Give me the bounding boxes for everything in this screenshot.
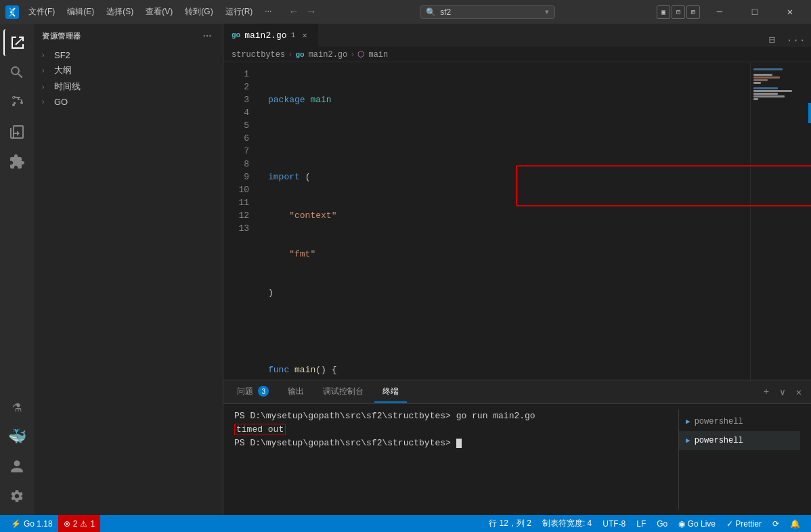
split-editor-btn[interactable]: ⊟: [764, 33, 781, 47]
terminal-shell-1[interactable]: ▶ powershell: [679, 412, 800, 431]
terminal-line-3: PS D:\mysetup\gopath\src\sf2\structbytes…: [234, 437, 678, 450]
activity-source-control[interactable]: [3, 89, 30, 116]
sidebar-header: 资源管理器 ···: [34, 24, 223, 48]
code-content[interactable]: package main import ( "context" "fmt" ) …: [257, 62, 750, 380]
sidebar-item-label-sf2: SF2: [54, 50, 70, 60]
code-line-3: import (: [268, 171, 750, 183]
panel-tab-terminal[interactable]: 终端: [374, 382, 407, 403]
status-language[interactable]: Go: [651, 515, 673, 532]
search-text: sf2: [440, 7, 451, 17]
language-label: Go: [657, 519, 667, 529]
terminal-main[interactable]: PS D:\mysetup\gopath\src\sf2\structbytes…: [234, 409, 678, 510]
maximize-btn[interactable]: □: [739, 0, 770, 24]
sidebar-item-sf2[interactable]: › SF2: [34, 48, 223, 62]
go-version-label: Go 1.18: [24, 519, 53, 529]
breadcrumb-filename[interactable]: main2.go: [309, 50, 348, 60]
activity-extensions[interactable]: [3, 148, 30, 175]
status-prettier[interactable]: ✓ Prettier: [721, 515, 767, 532]
menu-file[interactable]: 文件(F): [23, 3, 60, 20]
status-go-version[interactable]: ⚡ Go 1.18: [5, 515, 58, 532]
status-errors[interactable]: ⊗ 2 ⚠ 1: [58, 515, 100, 532]
panel-tab-debug[interactable]: 调试控制台: [315, 382, 372, 403]
main-layout: ⚗ 🐳 资源管理器 ··· › SF2 › 大纲: [0, 24, 811, 515]
sidebar-item-go[interactable]: › GO: [34, 95, 223, 109]
menu-more[interactable]: ···: [259, 3, 277, 20]
go-live-label: ◉ Go Live: [678, 519, 716, 529]
panel-area: 问题 3 输出 调试控制台 终端 + ∨ ✕: [223, 380, 811, 515]
code-line-5: "fmt": [268, 248, 750, 261]
sidebar-item-outline[interactable]: › 大纲: [34, 62, 223, 79]
layout-btn-3[interactable]: ⊞: [686, 5, 700, 19]
tab-bar: go main2.go 1 ✕ ⊟ ···: [223, 24, 811, 47]
menu-goto[interactable]: 转到(G): [179, 3, 218, 20]
activity-search[interactable]: [3, 59, 30, 86]
tree-arrow-sf2: ›: [42, 51, 51, 59]
breadcrumb-symbol[interactable]: main: [368, 50, 388, 60]
activity-explorer[interactable]: [3, 29, 30, 56]
app-icon: [5, 5, 19, 19]
sidebar: 资源管理器 ··· › SF2 › 大纲 › 时间线 › GO: [34, 24, 223, 515]
editor-area: go main2.go 1 ✕ ⊟ ··· structbytes › go m…: [223, 24, 811, 515]
search-icon: 🔍: [426, 7, 436, 17]
warning-icon: ⚠: [80, 519, 87, 529]
code-line-6: ): [268, 286, 750, 299]
sidebar-item-label-outline: 大纲: [54, 64, 72, 76]
panel-tab-problems-label: 问题: [237, 386, 253, 396]
nav-forward-btn[interactable]: →: [304, 6, 319, 18]
breadcrumb-file-icon: go: [295, 51, 304, 59]
sidebar-more-btn[interactable]: ···: [200, 29, 215, 43]
tab-main2go[interactable]: go main2.go 1 ✕: [223, 24, 319, 47]
activity-run[interactable]: [3, 118, 30, 146]
panel-tabs: 问题 3 输出 调试控制台 终端 + ∨ ✕: [223, 380, 811, 404]
panel-tab-terminal-label: 终端: [382, 386, 399, 396]
status-tab-size[interactable]: 制表符宽度: 4: [537, 515, 597, 532]
sidebar-item-timeline[interactable]: › 时间线: [34, 79, 223, 95]
status-eol[interactable]: LF: [631, 515, 651, 532]
menu-edit[interactable]: 编辑(E): [62, 3, 100, 20]
status-go-live[interactable]: ◉ Go Live: [673, 515, 721, 532]
layout-btn-2[interactable]: ⊟: [672, 5, 685, 19]
panel-tab-output[interactable]: 输出: [280, 382, 312, 403]
panel-close-btn[interactable]: ✕: [792, 385, 806, 399]
menu-view[interactable]: 查看(V): [140, 3, 178, 20]
activity-docker[interactable]: 🐳: [3, 423, 30, 450]
breadcrumb-structbytes[interactable]: structbytes: [232, 50, 285, 60]
terminal-line-1: PS D:\mysetup\gopath\src\sf2\structbytes…: [234, 409, 678, 423]
eol-label: LF: [636, 519, 646, 529]
status-line-col[interactable]: 行 12，列 2: [483, 515, 537, 532]
activity-account[interactable]: [3, 453, 30, 480]
layout-btn-1[interactable]: ▣: [657, 5, 670, 19]
breadcrumb-sep-2: ›: [350, 50, 355, 60]
status-sync[interactable]: ⟳: [767, 515, 785, 532]
panel-tab-problems[interactable]: 问题 3: [229, 382, 277, 403]
search-dropdown-icon: ▾: [545, 7, 549, 16]
prettier-label: ✓ Prettier: [726, 519, 762, 529]
activity-settings[interactable]: [3, 483, 30, 510]
bell-icon: 🔔: [790, 519, 800, 529]
tab-close-btn[interactable]: ✕: [299, 30, 310, 41]
nav-back-btn[interactable]: ←: [286, 6, 301, 18]
code-line-2: [268, 132, 750, 145]
menu-run[interactable]: 运行(R): [220, 3, 259, 20]
title-search[interactable]: 🔍 sf2 ▾: [420, 5, 555, 19]
go-logo-icon: ⚡: [11, 519, 21, 529]
menu-select[interactable]: 选择(S): [101, 3, 139, 20]
panel-collapse-btn[interactable]: ∨: [776, 385, 789, 399]
panel-content: PS D:\mysetup\gopath\src\sf2\structbytes…: [223, 404, 811, 515]
vertical-scrollbar[interactable]: [804, 62, 811, 380]
terminal-prompt-3: PS D:\mysetup\gopath\src\sf2\structbytes…: [234, 438, 456, 448]
code-editor[interactable]: 1 2 3 4 5 6 7 8 9 10 11 12 13 package ma…: [223, 62, 811, 380]
status-encoding[interactable]: UTF-8: [597, 515, 631, 532]
close-btn[interactable]: ✕: [774, 0, 806, 24]
panel-add-terminal-btn[interactable]: +: [760, 385, 773, 399]
minimize-btn[interactable]: ─: [704, 0, 735, 24]
code-line-1: package main: [268, 93, 750, 106]
sidebar-tree: › SF2 › 大纲 › 时间线 › GO: [34, 48, 223, 515]
line-numbers: 1 2 3 4 5 6 7 8 9 10 11 12 13: [223, 62, 257, 380]
panel-tab-problems-badge: 3: [258, 386, 269, 397]
code-line-4: "context": [268, 209, 750, 222]
activity-testing[interactable]: ⚗: [3, 393, 30, 420]
tab-more-btn[interactable]: ···: [781, 35, 811, 47]
status-bell[interactable]: 🔔: [785, 515, 806, 532]
terminal-shell-2[interactable]: ▶ powershell: [679, 431, 800, 450]
